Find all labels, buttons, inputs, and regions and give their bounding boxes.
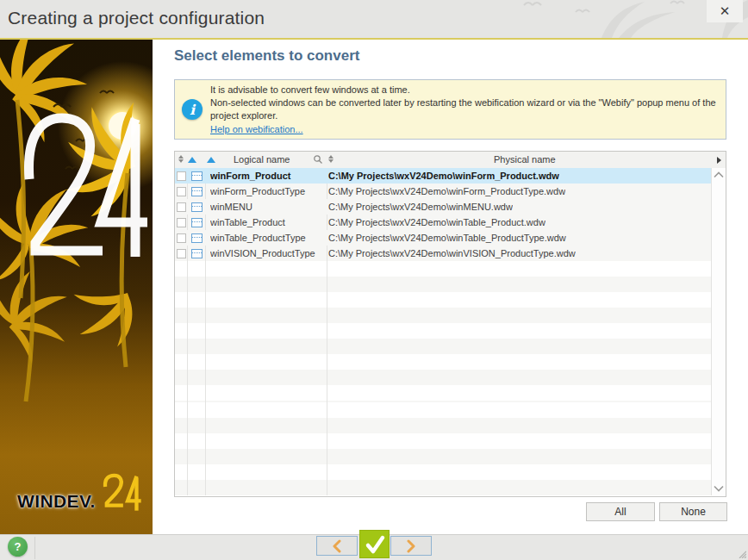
step-heading: Select elements to convert [174,47,359,65]
cell-logical-name: winForm_ProductType [210,186,324,196]
table-header: Logical name Physical name [175,152,726,169]
windev-24-numeral [100,472,145,512]
previous-step-button[interactable] [316,536,358,556]
info-line-1: It is advisable to convert few windows a… [210,84,724,96]
cell-logical-name: winTable_ProductType [210,233,324,243]
table-row[interactable]: winForm_ProductC:\My Projects\wxV24Demo\… [175,168,711,184]
footer-divider [34,537,35,559]
column-header-physical-name[interactable]: Physical name [494,154,556,165]
window-title: Creating a project configuration [8,8,265,28]
window-icon [191,249,203,258]
cell-physical-name: C:\My Projects\wxV24Demo\winForm_Product… [328,186,565,196]
chevron-right-icon [405,539,417,553]
window-icon [191,218,203,227]
row-checkbox[interactable] [177,249,186,258]
cell-logical-name: winMENU [210,202,324,212]
sort-updown-icon[interactable] [178,155,184,163]
table-row[interactable]: winTable_ProductTypeC:\My Projects\wxV24… [175,230,711,246]
window-icon [191,233,203,243]
column-more-arrow-icon[interactable] [717,157,721,164]
cell-physical-name: C:\My Projects\wxV24Demo\winTable_Produc… [328,233,566,243]
palm-sunset-illustration [0,40,153,534]
row-checkbox[interactable] [177,171,186,181]
row-checkbox[interactable] [177,233,186,243]
chevron-left-icon [331,539,343,553]
window-icon [191,202,203,212]
vertical-scrollbar[interactable] [711,168,726,495]
info-line-2: Non-selected windows can be converted la… [210,96,724,122]
row-checkbox[interactable] [177,202,186,212]
table-row[interactable]: winVISION_ProductTypeC:\My Projects\wxV2… [175,246,711,261]
row-checkbox[interactable] [177,218,186,227]
help-webification-link[interactable]: Help on webification... [210,123,303,136]
sort-checkbox-column-icon[interactable] [188,157,196,163]
info-panel: i It is advisable to convert few windows… [174,79,726,140]
column-header-logical-name[interactable]: Logical name [234,154,290,165]
cell-logical-name: winVISION_ProductType [210,248,324,258]
validate-button[interactable] [359,530,390,558]
next-step-button[interactable] [390,536,432,556]
resize-grip[interactable] [738,550,746,558]
table-row[interactable]: winTable_ProductC:\My Projects\wxV24Demo… [175,215,711,230]
info-icon: i [182,99,203,120]
cell-logical-name: winTable_Product [210,217,324,227]
cell-logical-name: winForm_Product [210,171,324,181]
cell-physical-name: C:\My Projects\wxV24Demo\winMENU.wdw [328,202,513,212]
sidebar-artwork: WINDEV. [0,40,153,534]
scroll-down-icon[interactable] [714,485,724,492]
titlebar: Creating a project configuration ✕ [0,0,748,38]
windev-logo: WINDEV. [17,472,145,512]
window-icon [191,171,203,181]
windev-brand-text: WINDEV. [17,491,96,512]
cell-physical-name: C:\My Projects\wxV24Demo\winForm_Product… [328,171,559,181]
elements-table: Logical name Physical name winForm_Produ… [174,151,726,497]
select-none-button[interactable]: None [659,502,727,521]
table-row[interactable]: winMENUC:\My Projects\wxV24Demo\winMENU.… [175,199,711,215]
row-checkbox[interactable] [177,187,186,196]
select-all-button[interactable]: All [586,502,655,521]
cell-physical-name: C:\My Projects\wxV24Demo\winTable_Produc… [328,217,545,227]
close-button[interactable]: ✕ [707,0,743,22]
search-icon[interactable] [313,154,323,165]
wizard-window: Creating a project configuration ✕ [0,0,748,560]
sort-icon-column-icon[interactable] [207,157,215,163]
cell-physical-name: C:\My Projects\wxV24Demo\winVISION_Produ… [328,248,576,258]
scroll-up-icon[interactable] [714,171,724,178]
sort-updown-icon[interactable] [328,155,333,163]
table-row[interactable]: winForm_ProductTypeC:\My Projects\wxV24D… [175,184,711,199]
checkmark-icon [364,534,386,555]
wizard-content: Select elements to convert i It is advis… [153,40,748,534]
help-button[interactable]: ? [8,537,28,557]
table-body: winForm_ProductC:\My Projects\wxV24Demo\… [175,168,711,495]
window-icon [191,187,203,196]
